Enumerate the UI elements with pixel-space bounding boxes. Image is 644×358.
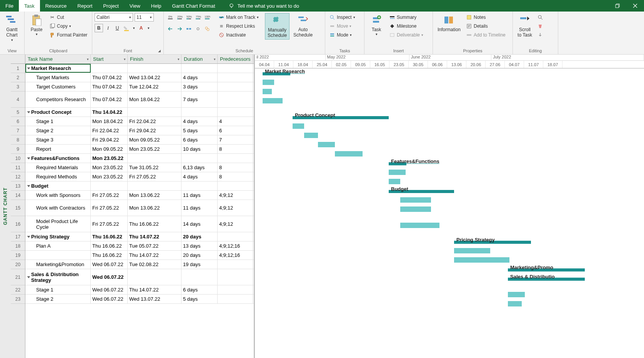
tell-me-search[interactable]: Tell me what you want to do: [228, 3, 299, 9]
task-bar[interactable]: [454, 257, 509, 263]
task-bar[interactable]: [263, 98, 283, 103]
cell-duration[interactable]: 14 days: [181, 216, 218, 232]
deliverable-button[interactable]: Deliverable▾: [388, 31, 425, 39]
row-number[interactable]: 18: [11, 241, 25, 251]
row-number[interactable]: 7: [11, 126, 25, 135]
cell-task-name[interactable]: Required Methods: [25, 172, 91, 181]
cell-predecessors[interactable]: [218, 181, 253, 190]
cell-predecessors[interactable]: [218, 269, 253, 285]
cell-duration[interactable]: 6 days: [181, 285, 218, 294]
cell-start[interactable]: [91, 181, 128, 190]
cell-finish[interactable]: [128, 64, 181, 73]
cell-predecessors[interactable]: [218, 295, 253, 303]
table-row[interactable]: Features&FunctionsMon 23.05.22: [25, 154, 254, 163]
cell-finish[interactable]: Fri 22.04.22: [128, 117, 181, 126]
task-bar[interactable]: [293, 123, 304, 129]
task-bar[interactable]: [389, 179, 400, 184]
task-bar[interactable]: [454, 248, 490, 253]
fill-color-dropdown[interactable]: ▾: [131, 24, 136, 32]
font-family-select[interactable]: Calibri▾: [95, 13, 133, 22]
cell-duration[interactable]: [181, 269, 218, 285]
cell-task-name[interactable]: Work with Sponsors: [25, 191, 91, 200]
cell-task-name[interactable]: Stage 2: [25, 295, 91, 303]
indent-25-button[interactable]: 25%: [175, 13, 184, 22]
underline-button[interactable]: U: [113, 24, 121, 32]
row-number[interactable]: 13: [11, 181, 25, 191]
tab-view[interactable]: View: [124, 0, 146, 12]
table-row[interactable]: Target MarketsThu 07.04.22Wed 13.04.224 …: [25, 73, 254, 82]
auto-schedule-button[interactable]: Auto Schedule: [291, 13, 315, 39]
cell-duration[interactable]: [181, 181, 218, 190]
task-bar[interactable]: [508, 301, 522, 306]
cell-predecessors[interactable]: 4;9;12;16: [218, 251, 253, 260]
row-number[interactable]: 11: [11, 163, 25, 172]
cell-task-name[interactable]: Features&Functions: [25, 154, 91, 163]
cell-finish[interactable]: [128, 269, 181, 285]
cell-predecessors[interactable]: 4;9;12: [218, 191, 253, 200]
summary-button[interactable]: Summary: [388, 13, 425, 22]
task-bar[interactable]: [335, 151, 363, 157]
cell-task-name[interactable]: Stage 2: [25, 126, 91, 135]
cell-start[interactable]: Wed 06.07.22: [91, 269, 128, 285]
move-button[interactable]: Move▾: [328, 22, 357, 30]
font-size-select[interactable]: 11▾: [135, 13, 154, 22]
cell-finish[interactable]: [128, 108, 181, 117]
cell-duration[interactable]: 6 days: [181, 135, 218, 144]
cell-predecessors[interactable]: [218, 64, 253, 73]
table-row[interactable]: Required MethodsMon 23.05.22Fri 27.05.22…: [25, 172, 254, 181]
table-row[interactable]: Thu 16.06.22Thu 14.07.2220 days4;9;12;16: [25, 251, 254, 260]
col-start[interactable]: Start▾: [91, 55, 128, 63]
tab-report[interactable]: Report: [72, 0, 98, 12]
cell-task-name[interactable]: Stage 1: [25, 117, 91, 126]
notes-button[interactable]: Notes: [464, 13, 507, 22]
cell-duration[interactable]: 5 days: [181, 126, 218, 135]
cell-finish[interactable]: Wed 13.04.22: [128, 73, 181, 82]
table-row[interactable]: Pricing StrategyThu 16.06.22Thu 14.07.22…: [25, 232, 254, 241]
task-bar[interactable]: [304, 133, 318, 138]
cell-duration[interactable]: [181, 64, 218, 73]
cell-task-name[interactable]: Pricing Strategy: [25, 232, 91, 241]
gantt-chart-area[interactable]: il 2022May 2022June 2022July 2022 04.041…: [254, 55, 644, 358]
col-duration[interactable]: Duration▾: [181, 55, 218, 63]
cell-start[interactable]: Fri 29.04.22: [91, 135, 128, 144]
row-number[interactable]: 23: [11, 295, 25, 304]
cell-duration[interactable]: 6,13 days: [181, 163, 218, 172]
cell-predecessors[interactable]: [218, 232, 253, 241]
format-painter-button[interactable]: Format Painter: [48, 31, 89, 39]
split-task-button[interactable]: [185, 25, 193, 33]
table-row[interactable]: Sales & Distribution StrategyWed 06.07.2…: [25, 269, 254, 285]
cell-duration[interactable]: 20 days: [181, 232, 218, 241]
cell-predecessors[interactable]: 4: [218, 117, 253, 126]
cell-predecessors[interactable]: [218, 82, 253, 91]
cell-finish[interactable]: Mon 23.05.22: [128, 145, 181, 153]
cell-finish[interactable]: Tue 02.08.22: [128, 260, 181, 269]
indent-button[interactable]: [175, 25, 184, 33]
cell-start[interactable]: Fri 27.05.22: [91, 191, 128, 200]
table-row[interactable]: Product ConceptThu 14.04.22: [25, 108, 254, 117]
cell-task-name[interactable]: [25, 251, 91, 260]
cell-finish[interactable]: [128, 154, 181, 163]
row-number[interactable]: 17: [11, 232, 25, 241]
cell-start[interactable]: Mon 18.04.22: [91, 117, 128, 126]
cell-duration[interactable]: 19 days: [181, 260, 218, 269]
mark-on-track-button[interactable]: Mark on Track ▾: [217, 13, 260, 22]
cell-duration[interactable]: 7 days: [181, 92, 218, 107]
information-button[interactable]: Information: [435, 13, 463, 33]
table-row[interactable]: Work with ContractorsFri 27.05.22Mon 13.…: [25, 200, 254, 216]
task-bar[interactable]: [400, 197, 431, 203]
gantt-chart-button[interactable]: Gantt Chart ▾: [2, 13, 22, 43]
scroll-to-task-button[interactable]: Scroll to Task: [515, 13, 534, 39]
cell-finish[interactable]: Tue 31.05.22: [128, 163, 181, 172]
tab-resource[interactable]: Resource: [40, 0, 72, 12]
table-row[interactable]: Required MaterialsMon 23.05.22Tue 31.05.…: [25, 163, 254, 172]
cell-finish[interactable]: Thu 14.07.22: [128, 232, 181, 241]
cell-task-name[interactable]: Competitors Research: [25, 92, 91, 107]
indent-100-button[interactable]: 100%: [203, 13, 211, 22]
cell-start[interactable]: Mon 23.05.22: [91, 163, 128, 172]
cell-finish[interactable]: Fri 29.04.22: [128, 126, 181, 135]
cell-start[interactable]: Thu 16.06.22: [91, 251, 128, 260]
paste-button[interactable]: Paste ▾: [27, 13, 46, 37]
cell-predecessors[interactable]: 4;9;12: [218, 216, 253, 232]
row-number[interactable]: 21: [11, 269, 25, 285]
cell-duration[interactable]: 13 days: [181, 241, 218, 250]
